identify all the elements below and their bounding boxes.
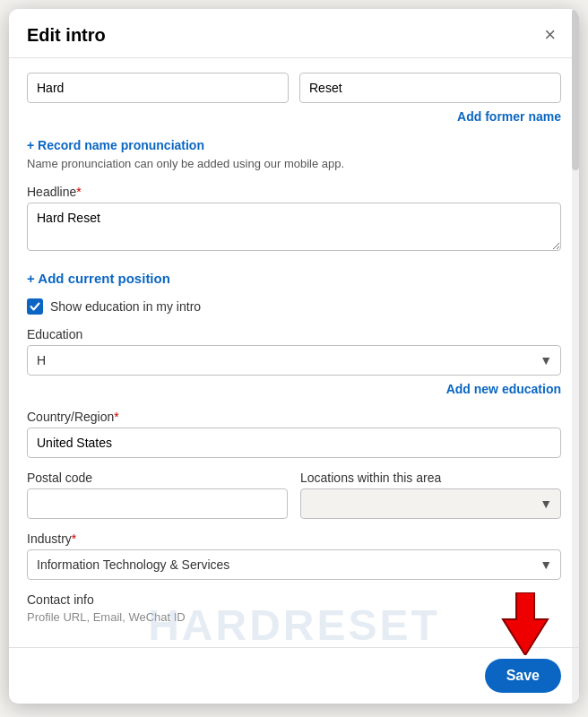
postal-label: Postal code [27, 471, 288, 485]
contact-info-label: Contact info [27, 592, 561, 607]
locations-select-wrapper: ▼ [300, 488, 561, 519]
add-former-name-link[interactable]: Add former name [457, 109, 561, 124]
locations-label: Locations within this area [300, 471, 561, 485]
locations-select[interactable] [300, 488, 561, 519]
pronunciation-note: Name pronunciation can only be added usi… [27, 157, 561, 170]
headline-textarea[interactable]: Hard Reset [27, 203, 561, 251]
industry-select-wrapper: Information Technology & Services ▼ [27, 549, 561, 580]
scrollbar-track[interactable] [572, 9, 579, 704]
industry-required-star: * [72, 531, 76, 546]
save-button[interactable]: Save [485, 659, 561, 693]
postal-input[interactable] [27, 488, 288, 519]
add-former-name-section: Add former name [27, 108, 561, 125]
scrollbar-thumb[interactable] [572, 9, 579, 170]
show-education-row: Show education in my intro [27, 298, 561, 315]
add-new-education-link[interactable]: Add new education [446, 382, 561, 396]
show-education-label: Show education in my intro [50, 299, 201, 314]
education-select-wrapper: H ▼ [27, 345, 561, 376]
education-label: Education [27, 327, 561, 341]
modal-body: Add former name + Record name pronunciat… [9, 58, 579, 647]
country-required-star: * [114, 410, 118, 424]
postal-col: Postal code [27, 471, 288, 519]
add-current-position-link[interactable]: + Add current position [27, 271, 561, 286]
first-name-input[interactable] [27, 73, 289, 103]
headline-label: Headline* [27, 185, 561, 199]
add-new-education-section: Add new education [27, 381, 561, 397]
locations-col: Locations within this area ▼ [300, 471, 561, 519]
headline-required-star: * [76, 185, 81, 199]
close-button[interactable]: × [539, 23, 561, 47]
name-row [27, 73, 561, 103]
modal-header: Edit intro × [9, 9, 579, 58]
education-select[interactable]: H [27, 345, 561, 376]
contact-info-section: Contact info Profile URL, Email, WeChat … [27, 592, 561, 624]
last-name-input[interactable] [299, 73, 561, 103]
industry-select[interactable]: Information Technology & Services [27, 549, 561, 580]
country-input[interactable] [27, 428, 561, 458]
industry-label: Industry* [27, 531, 561, 546]
modal-title: Edit intro [27, 25, 106, 46]
record-pronunciation-section: + Record name pronunciation [27, 137, 561, 153]
modal-footer: Save [9, 647, 579, 704]
contact-info-sub: Profile URL, Email, WeChat ID [27, 610, 561, 624]
edit-intro-modal: Edit intro × Add former name + Record na… [9, 9, 579, 704]
record-pronunciation-link[interactable]: + Record name pronunciation [27, 138, 204, 152]
show-education-checkbox[interactable] [27, 298, 43, 315]
postal-locations-row: Postal code Locations within this area ▼ [27, 471, 561, 519]
country-label: Country/Region* [27, 410, 561, 424]
